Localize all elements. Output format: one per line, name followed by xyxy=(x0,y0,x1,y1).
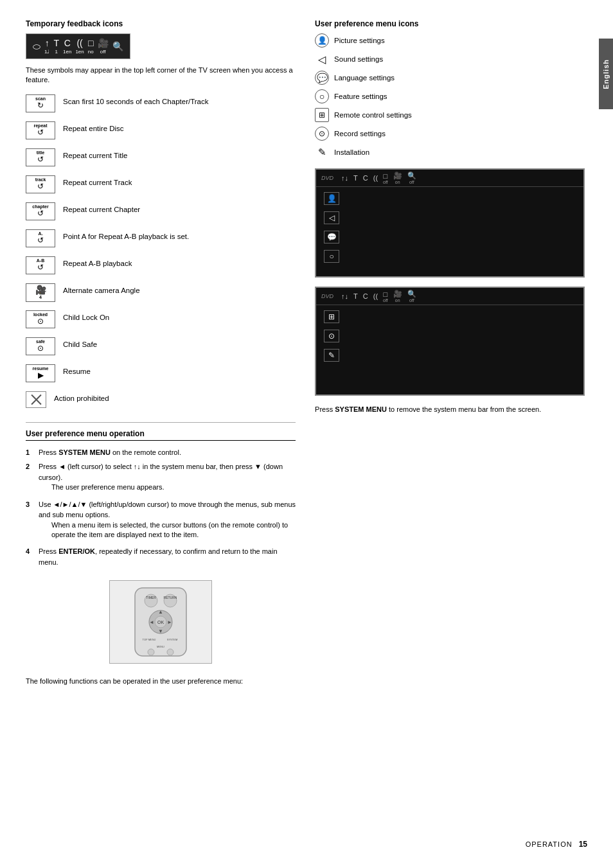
resume-icon-box: resume ▶ xyxy=(26,364,55,382)
icon-row-camera: 🎥 4 Alternate camera Angle xyxy=(26,283,296,304)
repeat-description: Repeat entire Disc xyxy=(63,121,124,134)
c-symbol: C xyxy=(64,38,71,48)
arrow-icon-item: ↑ 1♩ xyxy=(44,38,49,55)
picture-icon: 👤 xyxy=(315,33,329,48)
svg-text:SYSTEM: SYSTEM xyxy=(167,638,177,641)
chapter-sym: ↺ xyxy=(37,209,44,218)
tv1-dvd-label: DVD xyxy=(321,175,333,181)
footer: Operation 15 xyxy=(526,840,587,849)
operation-steps-list: 1 Press SYSTEM MENU on the remote contro… xyxy=(26,447,296,568)
icon-row-a-point: A. ↺ Point A for Repeat A-B playback is … xyxy=(26,229,296,250)
tv-screen2: DVD ↑↓ T C (( xyxy=(315,287,585,396)
tv1-menu-icon-sound: ◁ xyxy=(324,211,339,224)
a-point-sym: ↺ xyxy=(37,236,44,245)
chapter-icon-box: chapter ↺ xyxy=(26,202,55,220)
tv2-wave: (( xyxy=(373,292,378,300)
user-pref-icons-section: User preference menu icons 👤 Picture set… xyxy=(315,19,586,159)
remote-control-image: TIMER RETURN OK ▲ ▼ ◄ ► xyxy=(109,580,212,664)
ab-sym: ↺ xyxy=(37,263,44,272)
tv2-box: □ off xyxy=(383,290,388,303)
repeat-sym: ↺ xyxy=(37,128,44,137)
install-label: Installation xyxy=(334,148,369,156)
camera-icon-box: 🎥 4 xyxy=(26,283,55,302)
svg-point-16 xyxy=(167,649,173,655)
icon-row-locked: locked ⊙ Child Lock On xyxy=(26,310,296,331)
page-number: 15 xyxy=(579,840,587,849)
step-1: 1 Press SYSTEM MENU on the remote contro… xyxy=(26,447,296,458)
tv-screen1-wrapper: DVD ↑↓ T C (( xyxy=(315,168,586,278)
camera-sym: 🎥 xyxy=(35,285,46,295)
tv2-cam: 🎥 on xyxy=(393,290,402,303)
step-2-num: 2 xyxy=(26,461,35,495)
pref-icon-record: ⊙ Record settings xyxy=(315,127,586,141)
side-tab-label: English xyxy=(602,59,610,89)
step-4: 4 Press ENTER/OK, repeatedly if necessar… xyxy=(26,546,296,567)
locked-description: Child Lock On xyxy=(63,310,109,323)
sound-label: Sound settings xyxy=(334,55,383,63)
title-description: Repeat current Title xyxy=(63,148,127,161)
svg-text:MENU: MENU xyxy=(157,645,164,648)
tv2-body: ⊞ ⊙ ✎ xyxy=(316,305,583,394)
safe-sym: ⊙ xyxy=(37,344,44,353)
resume-description: Resume xyxy=(63,364,91,376)
disc-icon-item: ⬭ xyxy=(33,41,40,52)
svg-text:TOP MENU: TOP MENU xyxy=(143,638,156,641)
tv1-topbar: DVD ↑↓ T C (( xyxy=(316,170,583,187)
pref-icon-sound: ◁ Sound settings xyxy=(315,52,586,66)
icon-row-ab: A-B ↺ Repeat A-B playback xyxy=(26,256,296,277)
svg-text:►: ► xyxy=(167,619,172,625)
tv2-c: C xyxy=(363,292,368,300)
record-label: Record settings xyxy=(334,130,386,137)
remote-illustration-wrapper: TIMER RETURN OK ▲ ▼ ◄ ► xyxy=(26,574,296,670)
resume-sym: ▶ xyxy=(38,371,44,380)
c-icon-item: C 1en xyxy=(63,38,71,55)
tv2-menu-icon-record: ⊙ xyxy=(324,330,339,342)
step-2-text: Press ◄ (left cursor) to select ↑↓ in th… xyxy=(39,463,283,481)
icon-row-resume: resume ▶ Resume xyxy=(26,364,296,385)
tv2-updown: ↑↓ xyxy=(341,292,348,300)
intro-text: These symbols may appear in the top left… xyxy=(26,66,296,85)
scan-sym: ↻ xyxy=(37,102,44,110)
right-column: User preference menu icons 👤 Picture set… xyxy=(308,19,586,849)
search-symbol: 🔍 xyxy=(112,41,123,51)
tv1-menu-icon-picture: 👤 xyxy=(324,192,339,205)
language-icon: 💬 xyxy=(315,71,329,85)
feature-icon: ○ xyxy=(315,89,329,103)
pref-icon-picture: 👤 Picture settings xyxy=(315,33,586,48)
svg-point-15 xyxy=(148,649,154,655)
step-3-content: Use ◄/►/▲/▼ (left/right/up/down cursor) … xyxy=(39,499,296,543)
tv1-updown: ↑↓ xyxy=(341,174,348,182)
locked-icon-box: locked ⊙ xyxy=(26,310,55,328)
scan-icon-box: scan ↻ xyxy=(26,94,55,112)
remote-icon: ⊞ xyxy=(315,108,329,122)
t-icon-item: T 1 xyxy=(53,38,59,55)
press-system-bold: SYSTEM MENU xyxy=(335,405,387,413)
safe-icon-box: safe ⊙ xyxy=(26,337,55,355)
step-2: 2 Press ◄ (left cursor) to select ↑↓ in … xyxy=(26,461,296,495)
step-3: 3 Use ◄/►/▲/▼ (left/right/up/down cursor… xyxy=(26,499,296,543)
pref-icon-language: 💬 Language settings xyxy=(315,71,586,85)
disc-symbol: ⬭ xyxy=(33,41,40,52)
pref-icons-title: User preference menu icons xyxy=(315,19,586,28)
tv1-wave: (( xyxy=(373,174,378,182)
step-3-num: 3 xyxy=(26,499,35,543)
prohibited-description: Action prohibited xyxy=(54,391,109,403)
svg-text:▼: ▼ xyxy=(158,628,163,634)
repeat-icon-box: repeat ↺ xyxy=(26,121,55,139)
pref-icon-remote: ⊞ Remote control settings xyxy=(315,108,586,122)
icon-row-track: track ↺ Repeat current Track xyxy=(26,175,296,196)
svg-text:OK: OK xyxy=(157,620,164,624)
tv2-menu-icons: ⊞ ⊙ ✎ xyxy=(324,310,339,362)
track-description: Repeat current Track xyxy=(63,175,132,188)
record-icon: ⊙ xyxy=(315,127,329,141)
icon-row-prohibited: Action prohibited xyxy=(26,391,296,412)
locked-sym: ⊙ xyxy=(37,317,44,326)
camera-description: Alternate camera Angle xyxy=(63,283,140,296)
picture-label: Picture settings xyxy=(334,37,385,44)
safe-description: Child Safe xyxy=(63,337,97,350)
tv1-menu-icons: 👤 ◁ 💬 ○ xyxy=(324,192,339,263)
title-icon-box: title ↺ xyxy=(26,148,55,166)
icon-row-chapter: chapter ↺ Repeat current Chapter xyxy=(26,202,296,223)
following-text: The following functions can be operated … xyxy=(26,677,296,686)
step-2-content: Press ◄ (left cursor) to select ↑↓ in th… xyxy=(39,461,296,495)
